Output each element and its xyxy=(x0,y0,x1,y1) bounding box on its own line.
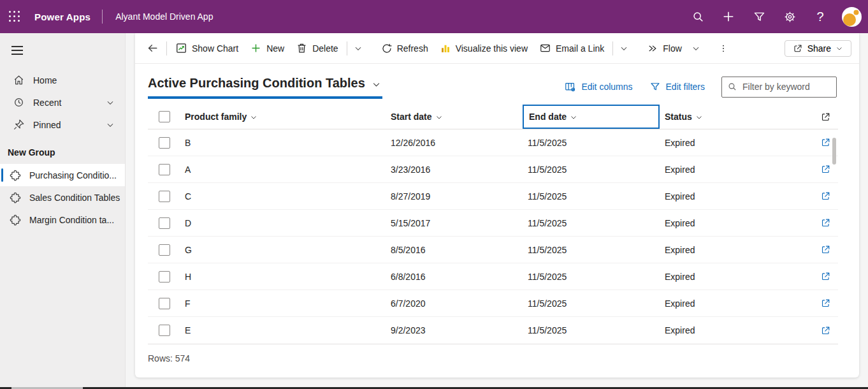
cell-product-family: G xyxy=(180,245,386,255)
new-label: New xyxy=(266,43,284,54)
new-button[interactable]: New xyxy=(244,38,290,58)
table-row[interactable]: B 12/26/2016 11/5/2025 Expired xyxy=(148,129,838,156)
cell-product-family: D xyxy=(180,218,386,228)
open-record-icon[interactable] xyxy=(813,325,838,336)
edit-columns-button[interactable]: Edit columns xyxy=(564,81,632,93)
envelope-icon xyxy=(539,42,551,54)
back-button[interactable] xyxy=(141,38,164,58)
cell-start-date: 3/23/2016 xyxy=(386,165,523,175)
cell-start-date: 6/8/2016 xyxy=(386,272,523,282)
flow-button[interactable]: Flow xyxy=(641,39,688,58)
sidebar-item-label: Margin Condition ta... xyxy=(29,215,114,225)
column-header-start-date[interactable]: Start date xyxy=(386,105,523,129)
column-chevron-icon xyxy=(435,114,443,121)
waffle-menu-icon[interactable] xyxy=(0,0,29,33)
view-card: Show Chart New Delete xyxy=(135,33,859,378)
share-button[interactable]: Share xyxy=(785,40,851,57)
table-row[interactable]: F 6/7/2020 11/5/2025 Expired xyxy=(148,290,838,317)
filter-icon[interactable] xyxy=(746,4,772,29)
visualize-label: Visualize this view xyxy=(456,43,528,54)
chevron-down-icon[interactable] xyxy=(106,121,115,129)
puzzle-icon xyxy=(9,169,22,182)
bar-chart-icon xyxy=(440,43,451,54)
cell-product-family: B xyxy=(180,138,386,148)
column-label: Product family xyxy=(185,112,247,122)
sidebar-item-pinned[interactable]: Pinned xyxy=(0,114,125,136)
user-avatar[interactable] xyxy=(842,7,862,27)
table-row[interactable]: G 8/5/2016 11/5/2025 Expired xyxy=(148,237,838,263)
search-icon xyxy=(727,82,737,92)
search-icon[interactable] xyxy=(685,4,711,29)
table-row[interactable]: E 9/2/2023 11/5/2025 Expired xyxy=(148,317,838,344)
vertical-scrollbar-thumb[interactable] xyxy=(832,138,836,165)
delete-label: Delete xyxy=(312,43,338,54)
cell-start-date: 8/5/2016 xyxy=(386,245,523,255)
open-record-icon[interactable] xyxy=(813,271,838,282)
sidebar-item-recent[interactable]: Recent xyxy=(0,91,125,114)
table-row[interactable]: A 3/23/2016 11/5/2025 Expired xyxy=(148,156,838,183)
new-plus-icon[interactable] xyxy=(716,4,741,29)
sidebar-item-margin-condition-tables[interactable]: Margin Condition ta... xyxy=(0,209,125,231)
keyword-filter-input[interactable] xyxy=(742,82,831,92)
column-chevron-icon xyxy=(570,114,577,121)
table-row[interactable]: C 8/27/2019 11/5/2025 Expired xyxy=(148,183,838,210)
command-divider xyxy=(612,41,613,55)
grid-header-row: Product family Start date End date Statu… xyxy=(148,105,838,129)
settings-gear-icon[interactable] xyxy=(777,4,802,29)
row-checkbox[interactable] xyxy=(159,164,170,175)
cell-status: Expired xyxy=(660,191,813,202)
sidebar-item-purchasing-condition-tables[interactable]: Purchasing Conditio... xyxy=(0,164,125,186)
topbar-divider xyxy=(102,10,103,24)
email-link-button[interactable]: Email a Link xyxy=(533,38,610,58)
command-divider xyxy=(347,41,347,55)
open-record-icon[interactable] xyxy=(813,217,838,228)
overflow-chevron-icon[interactable] xyxy=(616,40,632,57)
brand-title: Power Apps xyxy=(34,11,90,22)
table-row[interactable]: D 5/15/2017 11/5/2025 Expired xyxy=(148,210,838,237)
open-record-icon[interactable] xyxy=(813,244,838,255)
help-icon[interactable]: ? xyxy=(807,4,833,29)
row-checkbox[interactable] xyxy=(159,137,170,149)
puzzle-icon xyxy=(9,214,22,226)
open-record-icon[interactable] xyxy=(813,164,838,175)
row-checkbox[interactable] xyxy=(159,271,170,283)
view-title: Active Purchasing Condition Tables xyxy=(148,76,365,91)
sidebar-item-home[interactable]: Home xyxy=(0,69,125,91)
open-record-icon[interactable] xyxy=(813,191,838,202)
table-row[interactable]: H 6/8/2016 11/5/2025 Expired xyxy=(148,263,838,290)
sidebar: Home Recent Pinned New Group Purchasing … xyxy=(0,33,126,389)
hamburger-menu-icon[interactable] xyxy=(0,33,125,64)
view-selector[interactable]: Active Purchasing Condition Tables xyxy=(148,75,382,99)
share-icon xyxy=(793,43,803,54)
delete-button[interactable]: Delete xyxy=(290,38,344,58)
home-icon xyxy=(13,74,25,86)
cell-end-date: 11/5/2025 xyxy=(523,245,660,255)
sidebar-item-sales-condition-tables[interactable]: Sales Condition Tables xyxy=(0,186,125,209)
row-checkbox[interactable] xyxy=(159,217,170,229)
row-checkbox[interactable] xyxy=(159,244,170,256)
row-checkbox[interactable] xyxy=(159,325,170,336)
email-link-label: Email a Link xyxy=(556,43,604,54)
visualize-view-button[interactable]: Visualize this view xyxy=(434,39,533,58)
column-header-end-date[interactable]: End date xyxy=(523,105,660,129)
cell-start-date: 12/26/2016 xyxy=(386,138,523,148)
cell-end-date: 11/5/2025 xyxy=(523,298,660,309)
cell-status: Expired xyxy=(660,272,813,282)
refresh-icon xyxy=(381,43,393,54)
column-header-status[interactable]: Status xyxy=(660,105,813,129)
flow-chevron-icon[interactable] xyxy=(688,40,704,57)
row-checkbox[interactable] xyxy=(159,298,170,309)
open-record-icon[interactable] xyxy=(813,298,838,309)
refresh-button[interactable]: Refresh xyxy=(375,39,434,58)
edit-filters-button[interactable]: Edit filters xyxy=(649,81,705,92)
open-view-popout-icon[interactable] xyxy=(813,112,838,122)
show-chart-button[interactable]: Show Chart xyxy=(170,38,244,58)
chevron-down-icon[interactable] xyxy=(106,98,115,107)
cell-product-family: C xyxy=(180,191,386,202)
sidebar-group-label: New Group xyxy=(0,136,125,164)
row-checkbox[interactable] xyxy=(159,191,170,202)
column-header-product-family[interactable]: Product family xyxy=(180,105,386,129)
more-commands-icon[interactable] xyxy=(714,40,732,57)
select-all-checkbox[interactable] xyxy=(159,111,170,122)
overflow-chevron-icon[interactable] xyxy=(350,40,366,57)
